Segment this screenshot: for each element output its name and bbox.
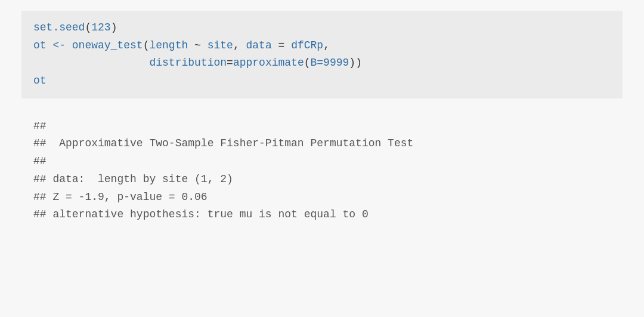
code-text-b-param: ( xyxy=(304,57,311,69)
output-line-hash2: ## Approximative Two-Sample Fisher-Pitma… xyxy=(33,135,611,153)
code-line-1: set.seed(123) xyxy=(33,19,611,37)
code-block: set.seed(123) ot <- oneway_test(length ~… xyxy=(21,11,623,99)
output-text-hash4: ## data: length by site (1, 2) xyxy=(33,173,233,185)
output-text-hash1: ## xyxy=(33,120,47,132)
code-text-site: site xyxy=(208,39,233,51)
output-text-hash6: ## alternative hypothesis: true mu is no… xyxy=(33,208,369,220)
code-text-distribution: distribution xyxy=(149,57,227,69)
output-block: ## ## Approximative Two-Sample Fisher-Pi… xyxy=(21,99,623,232)
code-text-open-paren: ( xyxy=(143,39,150,51)
code-text-paren1: ( xyxy=(85,21,91,33)
output-line-hash4: ## data: length by site (1, 2) xyxy=(33,171,611,189)
code-text-approximate: approximate xyxy=(233,57,304,69)
output-text-hash5: ## Z = -1.9, p-value = 0.06 xyxy=(33,191,208,203)
code-text-123: 123 xyxy=(91,21,110,33)
code-text-equals1: = xyxy=(272,39,291,51)
code-text-comma2: , xyxy=(323,39,330,51)
code-text-dfcrp: dfCRp xyxy=(291,39,323,51)
code-text-comma1: , xyxy=(233,39,246,51)
code-text-tilde: ~ xyxy=(188,39,207,51)
code-text-paren2: ) xyxy=(111,21,117,33)
code-text-set-seed: set.seed xyxy=(33,21,85,33)
code-text-close-parens: )) xyxy=(349,57,362,69)
output-line-hash6: ## alternative hypothesis: true mu is no… xyxy=(33,206,611,224)
code-text-spaces xyxy=(33,57,149,69)
code-text-ot-assign: ot <- oneway_test xyxy=(33,39,143,51)
code-text-data: data xyxy=(246,39,272,51)
output-text-hash3: ## xyxy=(33,155,47,167)
output-line-hash5: ## Z = -1.9, p-value = 0.06 xyxy=(33,189,611,207)
output-text-hash2: ## Approximative Two-Sample Fisher-Pitma… xyxy=(33,137,413,149)
code-text-length: length xyxy=(149,39,188,51)
code-line-4: ot xyxy=(33,72,611,90)
code-text-b-val: B=9999 xyxy=(311,57,349,69)
code-line-2: ot <- oneway_test(length ~ site, data = … xyxy=(33,37,611,55)
code-text-ot: ot xyxy=(33,75,47,87)
code-line-3: distribution=approximate(B=9999)) xyxy=(33,54,611,72)
output-line-hash3: ## xyxy=(33,153,611,171)
main-container: set.seed(123) ot <- oneway_test(length ~… xyxy=(0,0,644,317)
output-line-hash1: ## xyxy=(33,118,611,136)
code-text-equals2: = xyxy=(227,57,233,69)
output-spacer xyxy=(33,107,611,118)
